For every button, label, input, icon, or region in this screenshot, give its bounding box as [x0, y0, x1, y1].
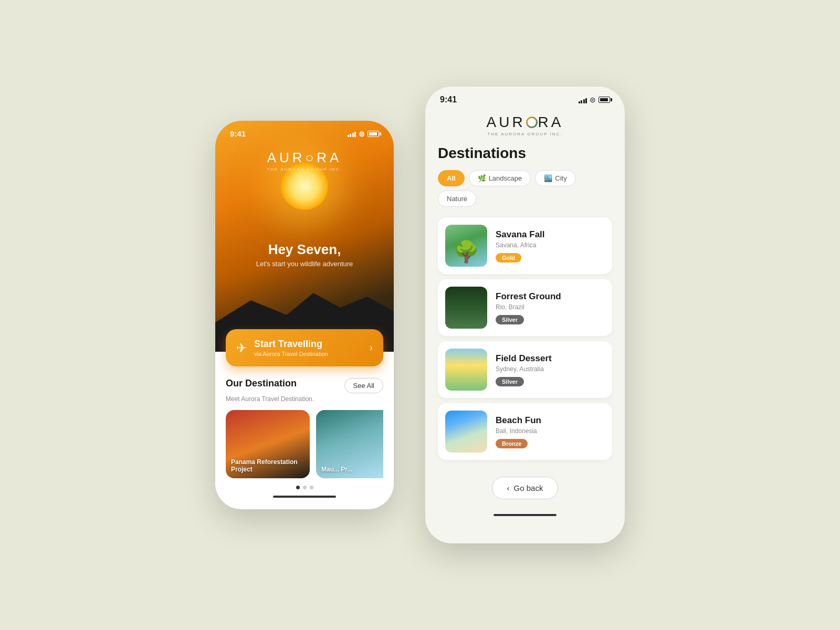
- section-title: Our Destination: [226, 378, 297, 389]
- dot-1: [296, 486, 300, 489]
- filter-chip-landscape[interactable]: 🌿 Landscape: [469, 170, 531, 186]
- cta-left: ✈ Start Travelling via Aurora Travel Des…: [236, 339, 328, 357]
- filter-chip-all[interactable]: All: [438, 170, 465, 186]
- card-panama[interactable]: Panama Reforestation Project: [226, 410, 310, 478]
- bottom-section: Our Destination See All Meet Aurora Trav…: [215, 352, 394, 508]
- page-title: Destinations: [438, 145, 612, 162]
- chevron-right-icon: ›: [370, 342, 373, 353]
- logo-sub-2: THE AURORA GROUP INC.: [487, 132, 562, 136]
- card-maui[interactable]: Mau... Pr...: [316, 410, 383, 478]
- status-bar-1: 9:41 ⊜: [215, 129, 394, 138]
- logo-area-1: AUR○RA THE AURORA GROUP INC.: [215, 150, 394, 172]
- see-all-button[interactable]: See All: [344, 378, 383, 393]
- dest-info-beach: Beach Fun Bali, Indonesia Bronze: [496, 415, 605, 448]
- cards-row: Panama Reforestation Project Mau... Pr..…: [226, 410, 383, 478]
- section-header: Our Destination See All: [226, 378, 383, 393]
- dest-name-beach: Beach Fun: [496, 415, 605, 426]
- field-thumbnail: [445, 349, 487, 391]
- filter-chip-city[interactable]: 🏙️ City: [535, 170, 575, 186]
- cta-sub: via Aurora Travel Destination: [254, 351, 328, 357]
- logo-o-icon: [526, 117, 538, 128]
- badge-field: Silver: [496, 377, 524, 386]
- logo-2: AURRA: [486, 114, 563, 131]
- dot-3: [310, 486, 313, 489]
- phone2-content: Destinations All 🌿 Landscape 🏙️ City Nat…: [425, 145, 625, 508]
- destination-list: Savana Fall Savana, Africa Gold Forrest …: [438, 217, 612, 460]
- dest-thumb-field: [445, 349, 487, 391]
- pagination-dots: [226, 486, 383, 489]
- status-icons-2: ⊜: [579, 96, 611, 104]
- wifi-icon-1: ⊜: [359, 130, 365, 138]
- dest-card-savana[interactable]: Savana Fall Savana, Africa Gold: [438, 217, 612, 274]
- filter-city-emoji: 🏙️: [544, 174, 552, 182]
- dest-thumb-forest: [445, 287, 487, 329]
- status-icons-1: ⊜: [348, 130, 380, 138]
- dest-name-forest: Forrest Ground: [496, 291, 605, 302]
- cta-title: Start Travelling: [254, 339, 328, 350]
- dest-card-beach[interactable]: Beach Fun Bali, Indonesia Bronze: [438, 403, 612, 460]
- dest-thumb-savana: [445, 225, 487, 267]
- signal-icon-2: [579, 97, 587, 103]
- dest-location-beach: Bali, Indonesia: [496, 427, 605, 435]
- filter-chip-nature[interactable]: Nature: [438, 191, 476, 207]
- dest-info-forest: Forrest Ground Rio, Brazil Silver: [496, 291, 605, 324]
- cta-button[interactable]: ✈ Start Travelling via Aurora Travel Des…: [226, 329, 383, 366]
- phone-1: 9:41 ⊜ AUR○RA THE AURORA GROUP INC. Hey …: [215, 121, 394, 509]
- filter-city-label: City: [555, 174, 566, 182]
- dot-2: [303, 486, 307, 489]
- dest-info-savana: Savana Fall Savana, Africa Gold: [496, 229, 605, 262]
- badge-beach: Bronze: [496, 439, 528, 448]
- battery-icon-1: [368, 131, 379, 137]
- dest-location-savana: Savana, Africa: [496, 242, 605, 249]
- home-indicator-2: [494, 514, 556, 516]
- wifi-icon-2: ⊜: [590, 96, 596, 104]
- filter-row: All 🌿 Landscape 🏙️ City Nature: [438, 170, 612, 207]
- filter-nature-label: Nature: [447, 195, 467, 203]
- dest-card-field[interactable]: Field Dessert Sydney, Australia Silver: [438, 341, 612, 398]
- filter-landscape-emoji: 🌿: [478, 174, 486, 182]
- dest-name-savana: Savana Fall: [496, 229, 605, 240]
- status-bar-2: 9:41 ⊜: [425, 87, 625, 109]
- dest-thumb-beach: [445, 411, 487, 453]
- go-back-label: Go back: [514, 484, 543, 492]
- logo-area-2: AURRA THE AURORA GROUP INC.: [425, 109, 625, 145]
- savana-thumbnail: [445, 225, 487, 267]
- dest-card-forest[interactable]: Forrest Ground Rio, Brazil Silver: [438, 279, 612, 336]
- filter-all-label: All: [447, 174, 456, 182]
- card-1-label: Panama Reforestation Project: [231, 458, 304, 473]
- forest-thumbnail: [445, 287, 487, 329]
- beach-thumbnail: [445, 411, 487, 453]
- hero-greeting: Hey Seven,: [215, 242, 394, 258]
- badge-forest: Silver: [496, 315, 524, 324]
- logo-sub-1: THE AURORA GROUP INC.: [267, 167, 342, 172]
- logo-1: AUR○RA: [267, 150, 342, 166]
- plane-icon: ✈: [236, 341, 247, 355]
- hero-section: AUR○RA THE AURORA GROUP INC. Hey Seven, …: [215, 121, 394, 352]
- badge-savana: Gold: [496, 253, 521, 262]
- hero-subtitle: Let's start you wildlife adventure: [215, 260, 394, 268]
- section-desc: Meet Aurora Travel Destination.: [226, 395, 383, 403]
- go-back-button[interactable]: ‹ Go back: [492, 477, 559, 499]
- time-display-1: 9:41: [230, 129, 246, 138]
- dest-location-forest: Rio, Brazil: [496, 303, 605, 311]
- dest-info-field: Field Dessert Sydney, Australia Silver: [496, 353, 605, 386]
- go-back-chevron: ‹: [507, 484, 510, 492]
- phone-2: 9:41 ⊜ AURRA THE AURORA GROUP INC. Desti…: [425, 87, 625, 543]
- signal-icon-1: [348, 130, 356, 137]
- filter-landscape-label: Landscape: [489, 174, 522, 182]
- battery-icon-2: [598, 97, 610, 103]
- time-display-2: 9:41: [440, 95, 457, 104]
- dest-name-field: Field Dessert: [496, 353, 605, 364]
- dest-location-field: Sydney, Australia: [496, 365, 605, 373]
- home-indicator-1: [273, 496, 336, 498]
- hero-text: Hey Seven, Let's start you wildlife adve…: [215, 242, 394, 268]
- card-2-label: Mau... Pr...: [321, 466, 383, 473]
